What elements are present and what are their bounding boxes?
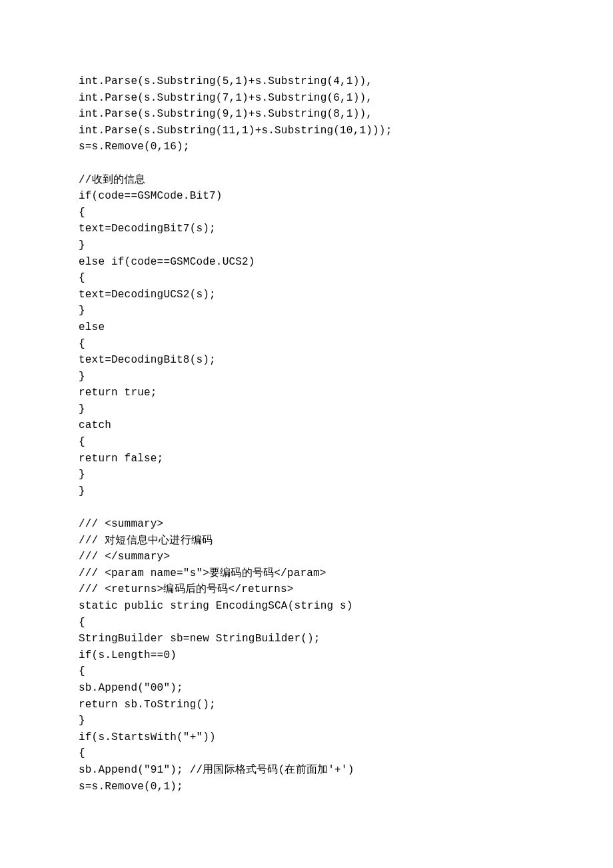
code-line: static public string EncodingSCA(string … xyxy=(79,598,532,615)
code-line: else if(code==GSMCode.UCS2) xyxy=(79,254,532,271)
code-line: } xyxy=(79,483,532,500)
code-line: int.Parse(s.Substring(7,1)+s.Substring(6… xyxy=(79,90,532,107)
code-line: return sb.ToString(); xyxy=(79,697,532,713)
code-line: } xyxy=(79,237,532,254)
code-line: int.Parse(s.Substring(9,1)+s.Substring(8… xyxy=(79,106,532,123)
code-line: { xyxy=(79,663,532,680)
code-line: return false; xyxy=(79,451,532,467)
code-line: //收到的信息 xyxy=(79,172,532,189)
code-line: { xyxy=(79,745,532,762)
code-line: text=DecodingUCS2(s); xyxy=(79,287,532,303)
code-line: } xyxy=(79,303,532,319)
code-line: } xyxy=(79,467,532,483)
code-line: s=s.Remove(0,1); xyxy=(79,779,532,795)
code-line: s=s.Remove(0,16); xyxy=(79,139,532,155)
code-line: { xyxy=(79,205,532,221)
code-line: if(s.Length==0) xyxy=(79,647,532,664)
code-line: int.Parse(s.Substring(5,1)+s.Substring(4… xyxy=(79,73,532,90)
code-line: sb.Append("00"); xyxy=(79,680,532,697)
code-line: { xyxy=(79,336,532,353)
code-line: { xyxy=(79,270,532,287)
code-line: } xyxy=(79,369,532,385)
code-line: { xyxy=(79,615,532,631)
blank-line xyxy=(79,155,532,172)
code-line: StringBuilder sb=new StringBuilder(); xyxy=(79,631,532,647)
code-line: /// 对短信息中心进行编码 xyxy=(79,533,532,549)
code-line: /// <returns>编码后的号码</returns> xyxy=(79,581,532,598)
code-line: /// </summary> xyxy=(79,549,532,565)
code-line: int.Parse(s.Substring(11,1)+s.Substring(… xyxy=(79,123,532,139)
code-line: /// <param name="s">要编码的号码</param> xyxy=(79,565,532,582)
code-line: catch xyxy=(79,417,532,434)
code-line: } xyxy=(79,713,532,729)
code-line: if(s.StartsWith("+")) xyxy=(79,729,532,746)
code-line: else xyxy=(79,319,532,336)
code-line: sb.Append("91"); //用国际格式号码(在前面加'+') xyxy=(79,762,532,779)
blank-line xyxy=(79,499,532,516)
code-line: text=DecodingBit7(s); xyxy=(79,221,532,237)
code-line: { xyxy=(79,434,532,451)
code-document: int.Parse(s.Substring(5,1)+s.Substring(4… xyxy=(0,0,532,795)
code-line: return true; xyxy=(79,385,532,401)
code-line: } xyxy=(79,401,532,418)
code-line: if(code==GSMCode.Bit7) xyxy=(79,188,532,205)
code-line: text=DecodingBit8(s); xyxy=(79,352,532,369)
code-line: /// <summary> xyxy=(79,516,532,533)
